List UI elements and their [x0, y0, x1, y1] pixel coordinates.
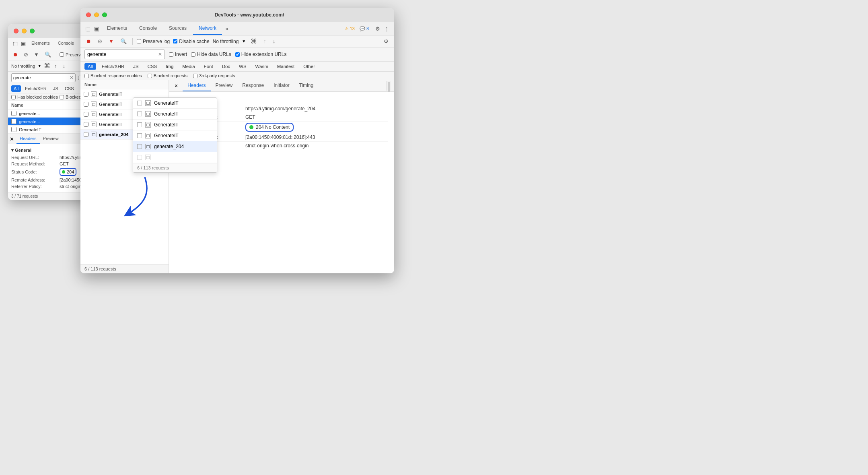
front-filter-css[interactable]: CSS [144, 63, 160, 70]
front-search-clear[interactable]: ✕ [158, 52, 162, 57]
back-tab-elements[interactable]: Elements [27, 38, 54, 49]
back-row3-checkbox[interactable] [11, 127, 16, 132]
back-blocked-req-checkbox[interactable] [60, 95, 64, 99]
front-download-icon[interactable]: ↓ [271, 37, 277, 45]
front-filter-fetch[interactable]: Fetch/XHR [99, 63, 128, 70]
front-hide-ext-label[interactable]: Hide extension URLs [235, 52, 287, 57]
front-settings-button[interactable]: ⚙ [374, 25, 382, 33]
front-filter-other[interactable]: Other [300, 63, 318, 70]
back-maximize-button[interactable] [30, 29, 35, 33]
front-cursor-icon[interactable]: ⬚ [84, 25, 92, 33]
front-invert-checkbox[interactable] [169, 52, 173, 57]
list-item1-checkbox[interactable] [84, 92, 88, 97]
front-blocked-req-checkbox[interactable] [148, 74, 152, 78]
tab-console[interactable]: Console [134, 22, 162, 35]
front-filter-button[interactable]: ▼ [107, 37, 115, 45]
back-row1-checkbox[interactable] [11, 111, 16, 116]
back-device-icon[interactable]: ▣ [19, 39, 27, 48]
front-search-box[interactable]: ✕ [84, 50, 165, 59]
front-third-party-checkbox[interactable] [193, 74, 197, 78]
front-blocked-cookies-label[interactable]: Blocked response cookies [84, 73, 142, 78]
tab-network[interactable]: Network [193, 22, 222, 35]
autocomplete-item[interactable]: □ GenerateIT [133, 130, 217, 141]
front-preserve-log-label[interactable]: Preserve log [137, 39, 170, 44]
back-filter-button[interactable]: ▼ [32, 51, 41, 58]
front-filter-ws[interactable]: WS [236, 63, 250, 70]
back-search-box[interactable]: ✕ [11, 73, 76, 82]
list-item4-checkbox[interactable] [84, 122, 88, 127]
back-record-button[interactable]: ⏺ [11, 51, 20, 58]
autocomplete-item-highlighted[interactable]: □ generate_204 [133, 141, 217, 152]
back-detail-close[interactable]: ✕ [10, 136, 14, 142]
front-detail-tab-initiator[interactable]: Initiator [269, 80, 294, 91]
back-filter-all[interactable]: All [11, 85, 21, 92]
front-more-button[interactable]: ⋮ [383, 25, 391, 33]
back-row2-checkbox[interactable] [11, 119, 16, 124]
back-has-blocked-label[interactable]: Has blocked cookies [11, 95, 58, 99]
front-detail-tab-headers[interactable]: Headers [183, 80, 210, 91]
tab-more[interactable]: » [223, 24, 231, 33]
front-filter-img[interactable]: Img [162, 63, 177, 70]
back-tab-console[interactable]: Console [54, 38, 78, 49]
list-item5-checkbox[interactable] [84, 132, 88, 137]
autocomplete-item[interactable]: □ GenerateIT [133, 109, 217, 120]
front-disable-cache-checkbox[interactable] [173, 39, 177, 43]
back-filter-js[interactable]: JS [51, 85, 61, 92]
back-tab-headers[interactable]: Headers [16, 134, 40, 144]
front-preserve-log-checkbox[interactable] [137, 39, 141, 43]
front-hide-ext-checkbox[interactable] [235, 52, 240, 57]
list-item2-checkbox[interactable] [84, 102, 88, 107]
back-filter-css[interactable]: CSS [62, 85, 76, 92]
scrollbar-track[interactable] [386, 81, 391, 91]
back-upload-icon[interactable]: ↑ [53, 62, 59, 70]
back-search-clear[interactable]: ✕ [70, 75, 74, 81]
ac-icon1: □ [145, 100, 151, 106]
front-minimize-button[interactable] [94, 12, 99, 17]
back-has-blocked-checkbox[interactable] [11, 95, 16, 99]
front-blocked-cookies-checkbox[interactable] [84, 74, 89, 78]
back-filter-fetch[interactable]: Fetch/XHR [23, 85, 49, 92]
front-detail-tab-response[interactable]: Response [237, 80, 269, 91]
back-minimize-button[interactable] [22, 29, 27, 33]
front-device-icon[interactable]: ▣ [93, 25, 101, 33]
front-hide-data-checkbox[interactable] [191, 52, 195, 57]
front-filter-media[interactable]: Media [179, 63, 198, 70]
front-blocked-req-label[interactable]: Blocked requests [148, 73, 187, 78]
front-filter-js[interactable]: JS [130, 63, 142, 70]
back-throttle-chevron[interactable]: ▼ [37, 64, 41, 68]
front-invert-label[interactable]: Invert [169, 52, 187, 57]
front-filter-manifest[interactable]: Manifest [274, 63, 298, 70]
back-download-icon[interactable]: ↓ [61, 62, 67, 70]
front-clear-button[interactable]: ⊘ [96, 37, 104, 45]
back-tab-preview[interactable]: Preview [40, 134, 62, 144]
front-disable-cache-label[interactable]: Disable cache [173, 39, 209, 44]
front-search-button[interactable]: 🔍 [119, 37, 128, 45]
front-detail-close-btn[interactable]: × [172, 80, 180, 91]
front-filter-all[interactable]: All [84, 63, 96, 70]
list-item3-checkbox[interactable] [84, 112, 88, 117]
front-upload-icon[interactable]: ↑ [262, 37, 268, 45]
tab-sources[interactable]: Sources [163, 22, 192, 35]
front-record-button[interactable]: ⏺ [84, 37, 93, 45]
front-close-button[interactable] [86, 12, 91, 17]
back-clear-button[interactable]: ⊘ [22, 51, 30, 58]
front-throttle-chevron[interactable]: ▼ [242, 39, 246, 43]
front-filter-font[interactable]: Font [201, 63, 216, 70]
back-search-input[interactable] [13, 75, 70, 80]
front-search-input[interactable] [87, 52, 158, 57]
front-filter-wasm[interactable]: Wasm [252, 63, 272, 70]
back-search-button[interactable]: 🔍 [43, 51, 53, 58]
front-filter-doc[interactable]: Doc [219, 63, 233, 70]
autocomplete-item[interactable]: □ GenerateIT [133, 98, 217, 109]
front-maximize-button[interactable] [102, 12, 107, 17]
autocomplete-item[interactable]: □ GenerateIT [133, 120, 217, 130]
front-detail-tab-timing[interactable]: Timing [294, 80, 319, 91]
back-preserve-log-checkbox[interactable] [60, 52, 64, 57]
tab-elements[interactable]: Elements [101, 22, 133, 35]
front-network-settings[interactable]: ⚙ [382, 37, 390, 45]
front-detail-tab-preview[interactable]: Preview [211, 80, 238, 91]
front-hide-data-label[interactable]: Hide data URLs [191, 52, 231, 57]
back-cursor-icon[interactable]: ⬚ [11, 39, 19, 48]
front-third-party-label[interactable]: 3rd-party requests [193, 73, 235, 78]
back-close-button[interactable] [14, 29, 19, 33]
